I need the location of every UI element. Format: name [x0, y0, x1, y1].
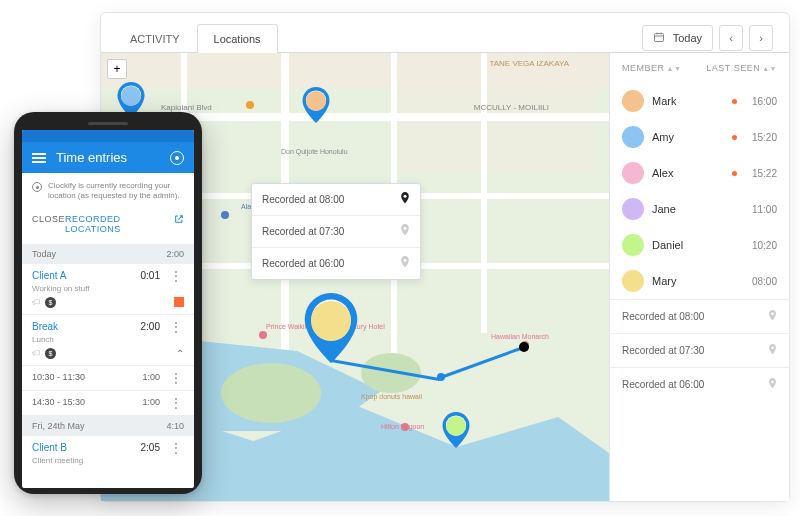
sort-icon: ▲▼ [762, 65, 777, 72]
location-icon[interactable] [170, 151, 184, 165]
member-row[interactable]: Mark 16:00 [610, 83, 789, 119]
last-seen-time: 10:20 [745, 240, 777, 251]
subentry-row[interactable]: 14:30 - 15:30 1:00⋮ [22, 391, 194, 416]
time-entry[interactable]: Break 2:00 ⋮ Lunch 🏷 $ ⌃ [22, 315, 194, 366]
open-icon [174, 214, 184, 234]
entry-description: Working on stuff [32, 284, 184, 293]
svg-point-10 [771, 312, 774, 315]
svg-point-8 [404, 227, 407, 230]
location-pin-icon [400, 256, 410, 271]
member-pin-selected[interactable] [303, 293, 359, 363]
member-name: Jane [652, 203, 737, 215]
zoom-in-button[interactable]: + [107, 59, 127, 79]
tab-bar: ACTIVITY Locations Today ‹ › [101, 13, 789, 53]
last-seen-time: 16:00 [745, 96, 777, 107]
avatar [622, 234, 644, 256]
popup-record-row[interactable]: Recorded at 08:00 [252, 184, 420, 216]
location-pin-icon [400, 192, 410, 207]
entry-project: Client A [32, 270, 66, 281]
more-icon[interactable]: ⋮ [168, 321, 184, 333]
phone-mock: Time entries Clockify is currently recor… [14, 112, 202, 494]
member-row[interactable]: Amy 15:20 [610, 119, 789, 155]
prev-button[interactable]: ‹ [719, 25, 743, 51]
avatar [622, 126, 644, 148]
recording-indicator-icon [732, 135, 737, 140]
record-label: Recorded at 08:00 [262, 194, 344, 205]
svg-point-7 [404, 195, 407, 198]
members-panel: MEMBER▲▼ LAST SEEN▲▼ Mark 16:00 Amy 15:2… [609, 53, 789, 501]
record-row[interactable]: Recorded at 08:00 [610, 299, 789, 333]
member-row[interactable]: Jane 11:00 [610, 191, 789, 227]
status-bar [22, 130, 194, 142]
member-row[interactable]: Mary 08:00 [610, 263, 789, 299]
tab-locations[interactable]: Locations [197, 24, 278, 54]
more-icon[interactable]: ⋮ [168, 372, 184, 384]
recording-indicator-icon [732, 171, 737, 176]
member-name: Alex [652, 167, 724, 179]
member-pin[interactable] [442, 412, 470, 448]
tab-activity[interactable]: ACTIVITY [113, 24, 197, 53]
member-pin[interactable] [302, 87, 330, 123]
record-label: Recorded at 06:00 [262, 258, 344, 269]
time-entry[interactable]: Client A 0:01 ⋮ Working on stuff 🏷 $ [22, 264, 194, 315]
collapse-icon[interactable]: ⌃ [176, 348, 184, 359]
tag-icon: 🏷 [32, 297, 41, 308]
recording-indicator-icon [732, 99, 737, 104]
record-label: Recorded at 06:00 [622, 379, 704, 390]
record-label: Recorded at 07:30 [262, 226, 344, 237]
popup-record-row[interactable]: Recorded at 07:30 [252, 216, 420, 248]
svg-point-12 [771, 380, 774, 383]
next-button[interactable]: › [749, 25, 773, 51]
svg-point-11 [771, 346, 774, 349]
billable-icon: $ [45, 297, 56, 308]
app-title: Time entries [56, 150, 160, 165]
sort-icon: ▲▼ [667, 65, 682, 72]
member-row[interactable]: Daniel 10:20 [610, 227, 789, 263]
record-row[interactable]: Recorded at 06:00 [610, 367, 789, 401]
recorded-locations-button[interactable]: RECORDED LOCATIONS [65, 214, 184, 234]
record-label: Recorded at 07:30 [622, 345, 704, 356]
date-picker[interactable]: Today [642, 25, 713, 51]
location-notice: Clockify is currently recording your loc… [22, 173, 194, 210]
entry-duration: 0:01 [141, 270, 160, 281]
more-icon[interactable]: ⋮ [168, 397, 184, 409]
popup-record-row[interactable]: Recorded at 06:00 [252, 248, 420, 279]
member-name: Mary [652, 275, 737, 287]
location-pin-icon [768, 310, 777, 323]
billable-icon: $ [45, 348, 56, 359]
location-popup: Recorded at 08:00 Recorded at 07:30 Reco… [251, 183, 421, 280]
time-entry[interactable]: Client B 2:05 ⋮ Client meeting [22, 436, 194, 471]
record-row[interactable]: Recorded at 07:30 [610, 333, 789, 367]
location-pin-icon [768, 344, 777, 357]
entry-description: Lunch [32, 335, 184, 344]
avatar [622, 90, 644, 112]
avatar [622, 198, 644, 220]
stop-button[interactable] [174, 297, 184, 307]
location-pin-icon [400, 224, 410, 239]
subentry-row[interactable]: 10:30 - 11:30 1:00⋮ [22, 366, 194, 391]
column-header-member[interactable]: MEMBER▲▼ [622, 63, 681, 73]
member-row[interactable]: Alex 15:22 [610, 155, 789, 191]
avatar [622, 162, 644, 184]
entry-project: Client B [32, 442, 67, 453]
column-header-last-seen[interactable]: LAST SEEN▲▼ [706, 63, 777, 73]
member-name: Mark [652, 95, 724, 107]
entry-duration: 2:05 [141, 442, 160, 453]
more-icon[interactable]: ⋮ [168, 270, 184, 282]
entry-duration: 2:00 [141, 321, 160, 332]
browser-window: ACTIVITY Locations Today ‹ › [100, 12, 790, 502]
location-icon [32, 182, 42, 192]
record-label: Recorded at 08:00 [622, 311, 704, 322]
path-endpoint-icon [519, 342, 529, 352]
app-bar: Time entries [22, 142, 194, 173]
svg-point-9 [404, 259, 407, 262]
last-seen-time: 15:22 [745, 168, 777, 179]
last-seen-time: 15:20 [745, 132, 777, 143]
entry-description: Client meeting [32, 456, 184, 465]
close-button[interactable]: CLOSE [32, 214, 65, 234]
menu-icon[interactable] [32, 153, 46, 163]
member-name: Daniel [652, 239, 737, 251]
more-icon[interactable]: ⋮ [168, 442, 184, 454]
avatar [622, 270, 644, 292]
last-seen-time: 11:00 [745, 204, 777, 215]
